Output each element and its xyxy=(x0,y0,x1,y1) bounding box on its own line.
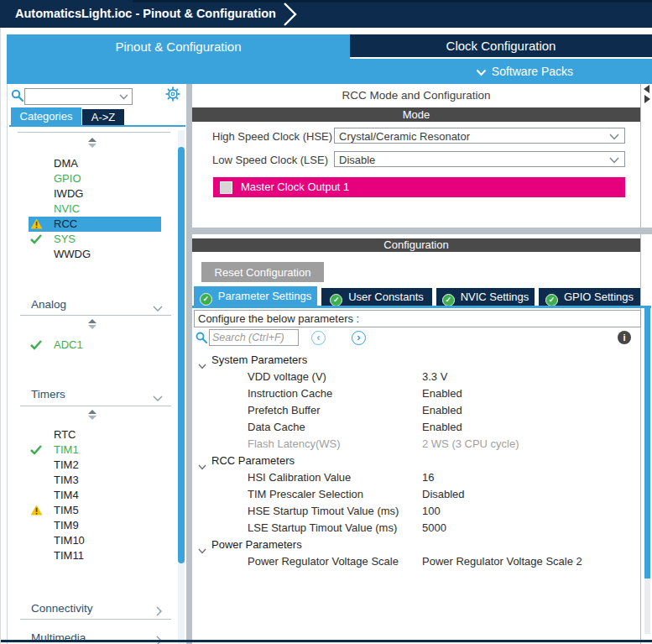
sidebar-tab-az[interactable]: A->Z xyxy=(82,109,124,125)
sidebar-item-tim3[interactable]: TIM3 xyxy=(29,473,161,488)
config-tabs-underline xyxy=(192,306,651,308)
hse-select[interactable]: Crystal/Ceramic Resonator xyxy=(334,128,625,144)
config-scrollbar-thumb[interactable] xyxy=(644,308,650,579)
master-clock-output-label: Master Clock Output 1 xyxy=(241,177,349,197)
param-row: Power Regulator Voltage ScalePower Regul… xyxy=(193,553,640,570)
collapse-left-icon[interactable] xyxy=(644,85,649,93)
sidebar-item-tim4[interactable]: TIM4 xyxy=(29,488,161,503)
sidebar-item-tim5[interactable]: TIM5 xyxy=(29,503,161,518)
tab-user-constants[interactable]: ✓User Constants xyxy=(321,288,432,306)
sort-toggle-icon[interactable] xyxy=(88,410,96,421)
search-prev-icon[interactable]: ‹ xyxy=(311,331,326,345)
divider xyxy=(20,315,171,316)
search-next-icon[interactable]: › xyxy=(352,331,366,345)
master-clock-output-checkbox[interactable] xyxy=(220,181,232,194)
tab-pinout-configuration[interactable]: Pinout & Configuration xyxy=(7,34,350,59)
vertical-splitter[interactable] xyxy=(186,84,192,644)
sidebar-item-nvic[interactable]: NVIC xyxy=(29,202,161,217)
hint-box: Configure the below parameters : xyxy=(194,310,641,327)
sidebar-tab-categories[interactable]: Categories xyxy=(11,107,81,125)
tab-parameter-settings[interactable]: ✓Parameter Settings xyxy=(194,286,317,306)
info-icon[interactable]: i xyxy=(618,331,631,344)
chevron-down-icon xyxy=(119,94,128,100)
sidebar-item-tim1[interactable]: TIM1 xyxy=(29,442,161,458)
check-icon xyxy=(30,339,42,354)
sidebar-item-rtc[interactable]: RTC xyxy=(29,427,161,442)
param-row: HSI Calibration Value16 xyxy=(193,469,640,486)
horizontal-splitter[interactable] xyxy=(192,228,652,234)
search-icon xyxy=(196,332,208,348)
divider xyxy=(20,406,171,406)
sidebar-item-wwdg[interactable]: WWDG xyxy=(29,247,161,262)
reset-configuration-button[interactable]: Reset Configuration xyxy=(201,262,324,282)
breadcrumb-chevron-icon xyxy=(282,2,299,30)
sidebar-item-dma[interactable]: DMA xyxy=(29,156,161,171)
search-icon xyxy=(11,89,24,106)
param-row: Data CacheEnabled xyxy=(193,419,640,436)
left-border xyxy=(0,28,1,644)
lse-select[interactable]: Disable xyxy=(334,151,625,167)
chevron-down-icon xyxy=(609,134,619,140)
software-packs-label: Software Packs xyxy=(492,65,573,78)
sidebar-section-timers[interactable]: Timers xyxy=(31,387,171,402)
divider xyxy=(20,619,171,620)
lse-label: Low Speed Clock (LSE) xyxy=(212,152,328,168)
sidebar-item-tim11[interactable]: TIM11 xyxy=(29,548,161,563)
tab-nvic-settings[interactable]: ✓NVIC Settings xyxy=(436,288,535,306)
tab-clock-configuration[interactable]: Clock Configuration xyxy=(350,34,652,57)
sidebar-item-tim9[interactable]: TIM9 xyxy=(29,518,161,533)
sidebar-item-tim10[interactable]: TIM10 xyxy=(29,533,161,548)
chevron-down-icon xyxy=(609,157,619,164)
sidebar-tab-underline xyxy=(9,125,185,127)
tab-gpio-settings[interactable]: ✓GPIO Settings xyxy=(539,288,640,306)
ok-badge-icon: ✓ xyxy=(330,294,342,306)
panel-title: RCC Mode and Configuration xyxy=(192,89,640,102)
sort-toggle-icon[interactable] xyxy=(88,138,96,149)
param-group-rcc[interactable]: RCC Parameters xyxy=(193,453,640,469)
sort-toggle-icon[interactable] xyxy=(88,319,96,330)
param-group-system[interactable]: System Parameters xyxy=(193,352,640,369)
sidebar-item-rcc[interactable]: RCC xyxy=(29,217,161,232)
parameters-tree: System Parameters VDD voltage (V)3.3 V I… xyxy=(193,350,640,585)
ok-badge-icon: ✓ xyxy=(545,294,558,306)
ok-badge-icon: ✓ xyxy=(442,294,455,306)
sidebar-item-adc1[interactable]: ADC1 xyxy=(29,338,161,353)
gear-icon[interactable] xyxy=(165,86,180,105)
param-row: TIM Prescaler SelectionDisabled xyxy=(193,486,640,503)
divider xyxy=(18,132,170,133)
param-row: Instruction CacheEnabled xyxy=(193,385,640,402)
sidebar-section-analog[interactable]: Analog xyxy=(31,297,171,312)
sidebar-item-gpio[interactable]: GPIO xyxy=(29,171,161,186)
ok-badge-icon: ✓ xyxy=(200,293,212,306)
sidebar-section-connectivity[interactable]: Connectivity xyxy=(31,601,171,616)
breadcrumb[interactable]: AutomaticsLight.ioc - Pinout & Configura… xyxy=(15,0,276,28)
hse-label: High Speed Clock (HSE) xyxy=(212,128,332,144)
master-clock-output-row: Master Clock Output 1 xyxy=(213,177,625,197)
sidebar-item-tim2[interactable]: TIM2 xyxy=(29,458,161,473)
collapse-right-icon[interactable] xyxy=(644,95,650,103)
chevron-down-icon xyxy=(153,391,163,406)
sidebar-scrollbar-thumb[interactable] xyxy=(178,147,185,563)
chevron-down-icon xyxy=(476,69,487,76)
software-packs-menu[interactable]: Software Packs xyxy=(397,59,652,84)
component-sidebar: Categories A->Z DMA GPIO IWDG NVIC RCC S… xyxy=(7,84,187,644)
sidebar-item-iwdg[interactable]: IWDG xyxy=(29,186,161,202)
param-row: HSE Startup Timout Value (ms)100 xyxy=(193,503,640,520)
param-row: Flash Latency(WS)2 WS (3 CPU cycle) xyxy=(193,436,640,453)
param-row: Prefetch BufferEnabled xyxy=(193,402,640,419)
mode-section-header: Mode xyxy=(192,107,640,122)
sidebar-item-sys[interactable]: SYS xyxy=(29,232,161,247)
param-row: VDD voltage (V)3.3 V xyxy=(193,369,640,385)
parameter-search-input[interactable] xyxy=(209,329,299,346)
bottom-border xyxy=(0,640,652,642)
configuration-section-header: Configuration xyxy=(192,238,640,252)
sidebar-search-combo[interactable] xyxy=(24,88,133,105)
param-group-power[interactable]: Power Parameters xyxy=(193,537,640,553)
param-row: LSE Startup Timout Value (ms)5000 xyxy=(193,520,640,537)
